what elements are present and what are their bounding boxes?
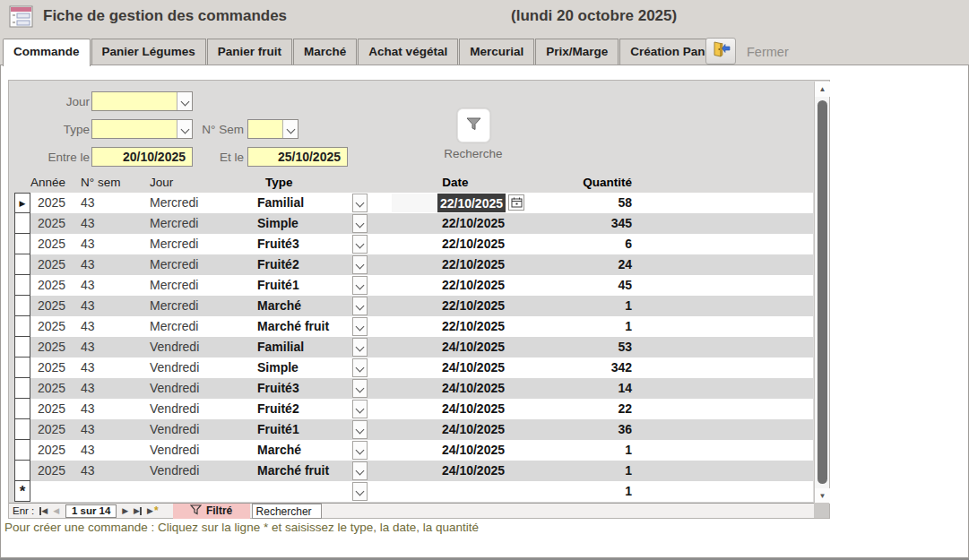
table-row[interactable]: ▶202543MercrediFamilial22/10/202558 bbox=[14, 193, 813, 213]
table-row[interactable]: 202543VendrediFamilial24/10/202553 bbox=[14, 337, 813, 358]
cell-type: Marché fruit bbox=[257, 463, 329, 478]
scroll-down-icon[interactable]: ▼ bbox=[815, 488, 830, 504]
cell-annee: 2025 bbox=[38, 422, 65, 436]
cell-date: 24/10/2025 bbox=[394, 381, 505, 395]
cell-jour: Mercredi bbox=[150, 257, 198, 271]
cell-sem: 43 bbox=[81, 257, 95, 271]
chevron-down-icon[interactable] bbox=[282, 120, 298, 138]
table-row[interactable]: 202543MercrediSimple22/10/2025345 bbox=[14, 213, 813, 234]
col-header-type: Type bbox=[265, 176, 293, 189]
type-dropdown-button[interactable] bbox=[352, 297, 368, 315]
cell-type: Fruité2 bbox=[257, 257, 299, 271]
search-filter-button[interactable] bbox=[457, 108, 490, 142]
table-row[interactable]: 202543MercrediFruité222/10/202524 bbox=[14, 254, 813, 275]
type-dropdown-button[interactable] bbox=[352, 400, 368, 418]
record-selector[interactable] bbox=[14, 213, 30, 234]
close-button[interactable] bbox=[705, 38, 736, 65]
date-selected-text: 22/10/2025 bbox=[437, 194, 506, 212]
table-row[interactable]: 202543VendrediMarché fruit24/10/20251 bbox=[14, 461, 813, 481]
record-selector[interactable] bbox=[14, 378, 30, 399]
new-record-row[interactable]: *1 bbox=[14, 481, 813, 502]
new-record-button[interactable]: ▶* bbox=[147, 506, 159, 515]
table-row[interactable]: 202543MercrediMarché fruit22/10/20251 bbox=[14, 316, 813, 337]
cell-type: Fruité3 bbox=[257, 237, 299, 251]
last-record-button[interactable]: ▶ bbox=[134, 506, 142, 515]
cell-sem: 43 bbox=[81, 298, 95, 313]
record-selector[interactable] bbox=[14, 296, 30, 316]
type-dropdown-button[interactable] bbox=[352, 358, 368, 377]
date-to-field[interactable]: 25/10/2025 bbox=[247, 147, 348, 167]
date-input-focused[interactable]: 22/10/2025 bbox=[392, 194, 506, 212]
type-dropdown-button[interactable] bbox=[352, 255, 368, 274]
table-row[interactable]: 202543VendrediMarché24/10/20251 bbox=[14, 440, 813, 461]
record-selector[interactable] bbox=[14, 358, 30, 378]
date-from-field[interactable]: 20/10/2025 bbox=[91, 147, 193, 167]
previous-record-button[interactable]: ◀ bbox=[53, 506, 59, 515]
record-selector[interactable] bbox=[14, 275, 30, 296]
table-row[interactable]: 202543MercrediFruité322/10/20256 bbox=[14, 234, 813, 254]
vertical-scrollbar[interactable]: ▲ ▼ bbox=[814, 82, 829, 504]
type-dropdown-button[interactable] bbox=[352, 194, 368, 212]
table-row[interactable]: 202543MercrediFruité122/10/202545 bbox=[14, 275, 813, 296]
record-position-box[interactable]: 1 sur 14 bbox=[65, 504, 117, 518]
next-record-button[interactable]: ▶ bbox=[122, 506, 128, 515]
tab-mercurial[interactable]: Mercurial bbox=[459, 39, 534, 65]
first-record-button[interactable]: ◀ bbox=[39, 506, 48, 515]
row-band: 202543MercrediFruité122/10/202545 bbox=[30, 275, 813, 296]
row-band: 202543VendrediFamilial24/10/202553 bbox=[30, 337, 813, 358]
type-dropdown-button[interactable] bbox=[352, 379, 368, 398]
table-row[interactable]: 202543VendrediFruité324/10/202514 bbox=[14, 378, 813, 399]
tab-commande[interactable]: Commande bbox=[3, 39, 91, 66]
row-band: 202543MercrediFamilial22/10/202558 bbox=[30, 193, 813, 213]
col-header-annee: Année bbox=[30, 176, 65, 189]
cell-jour: Vendredi bbox=[150, 360, 199, 375]
record-selector[interactable] bbox=[14, 234, 30, 254]
jour-combobox[interactable] bbox=[91, 91, 193, 111]
record-selector[interactable] bbox=[14, 316, 30, 337]
chevron-down-icon[interactable] bbox=[177, 92, 192, 110]
tab-march-[interactable]: Marché bbox=[293, 39, 357, 65]
record-selector[interactable] bbox=[14, 337, 30, 358]
cell-type: Fruité1 bbox=[257, 278, 299, 292]
tab-achat-v-g-tal[interactable]: Achat végétal bbox=[358, 39, 458, 65]
cell-jour: Mercredi bbox=[150, 237, 198, 251]
cell-date: 22/10/2025 bbox=[394, 257, 505, 271]
record-selector[interactable] bbox=[14, 254, 30, 275]
tab-bar: CommandePanier LégumesPanier fruitMarché… bbox=[3, 39, 731, 66]
record-selector[interactable] bbox=[14, 419, 30, 440]
table-row[interactable]: 202543VendrediSimple24/10/2025342 bbox=[14, 358, 813, 378]
cell-type: Fruité2 bbox=[257, 401, 299, 416]
type-combobox[interactable] bbox=[91, 119, 193, 139]
tab-panier-l-gumes[interactable]: Panier Légumes bbox=[91, 39, 206, 65]
scrollbar-thumb[interactable] bbox=[818, 100, 827, 484]
type-dropdown-button[interactable] bbox=[352, 420, 368, 439]
type-dropdown-button[interactable] bbox=[352, 441, 368, 460]
tab-panier-fruit[interactable]: Panier fruit bbox=[207, 39, 292, 65]
type-dropdown-button[interactable] bbox=[352, 276, 368, 295]
table-row[interactable]: 202543VendrediFruité124/10/202536 bbox=[14, 419, 813, 440]
cell-quantite: 1 bbox=[516, 319, 632, 333]
table-row[interactable]: 202543MercrediMarché22/10/20251 bbox=[14, 296, 813, 316]
scroll-up-icon[interactable]: ▲ bbox=[815, 82, 830, 97]
new-record-selector[interactable]: * bbox=[14, 481, 30, 502]
record-search-input[interactable]: Rechercher bbox=[252, 504, 322, 519]
type-dropdown-button[interactable] bbox=[352, 461, 368, 480]
type-dropdown-button[interactable] bbox=[352, 482, 368, 501]
cell-date: 22/10/2025 bbox=[394, 216, 505, 230]
sem-combobox[interactable] bbox=[247, 119, 298, 139]
cell-date: 24/10/2025 bbox=[394, 422, 505, 436]
filtered-toggle[interactable]: Filtré bbox=[173, 504, 250, 519]
current-record-selector[interactable]: ▶ bbox=[14, 193, 30, 213]
type-dropdown-button[interactable] bbox=[352, 317, 368, 336]
type-dropdown-button[interactable] bbox=[352, 235, 368, 254]
record-selector[interactable] bbox=[14, 440, 30, 461]
type-dropdown-button[interactable] bbox=[352, 214, 368, 233]
type-dropdown-button[interactable] bbox=[352, 338, 368, 357]
exit-door-icon bbox=[711, 40, 731, 62]
hint-text: Pour créer une commande : Cliquez sur la… bbox=[4, 521, 479, 534]
table-row[interactable]: 202543VendrediFruité224/10/202522 bbox=[14, 399, 813, 419]
tab-prix-marge[interactable]: Prix/Marge bbox=[535, 39, 619, 65]
record-selector[interactable] bbox=[14, 461, 30, 481]
record-selector[interactable] bbox=[14, 399, 30, 419]
search-button-label: Recherche bbox=[424, 147, 523, 160]
